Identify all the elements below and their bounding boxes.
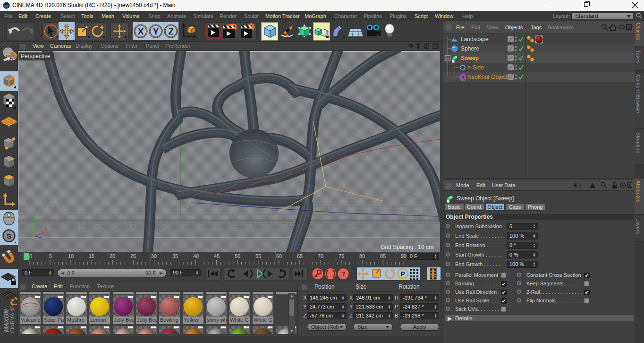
svg-text:Z: Z <box>168 26 174 36</box>
svg-text:25: 25 <box>130 253 136 259</box>
svg-text:40: 40 <box>193 253 199 259</box>
svg-text:30: 30 <box>151 253 157 259</box>
svg-text:75: 75 <box>339 253 344 259</box>
svg-text:65: 65 <box>297 253 303 259</box>
svg-text:Grid Spacing : 10 cm: Grid Spacing : 10 cm <box>381 244 433 250</box>
svg-text:X: X <box>44 227 47 232</box>
svg-text:Y: Y <box>32 214 35 218</box>
svg-text:80: 80 <box>359 253 365 259</box>
svg-text:85: 85 <box>380 253 386 259</box>
svg-text:35: 35 <box>172 253 178 259</box>
svg-text:20: 20 <box>110 253 115 259</box>
svg-text:45: 45 <box>214 253 220 259</box>
svg-text:X: X <box>138 26 144 36</box>
svg-text:Y: Y <box>153 26 159 36</box>
svg-text:90: 90 <box>401 253 407 259</box>
svg-text:10: 10 <box>68 253 74 259</box>
svg-text:55: 55 <box>255 253 261 259</box>
svg-text:S: S <box>7 232 11 240</box>
svg-text:0: 0 <box>29 253 32 259</box>
svg-text:5: 5 <box>49 253 52 259</box>
svg-text:60: 60 <box>276 253 282 259</box>
svg-text:50: 50 <box>235 253 240 259</box>
svg-text:?: ? <box>341 270 345 278</box>
svg-text:70: 70 <box>318 253 323 259</box>
svg-text:15: 15 <box>89 253 94 259</box>
svg-text:P: P <box>400 270 405 278</box>
